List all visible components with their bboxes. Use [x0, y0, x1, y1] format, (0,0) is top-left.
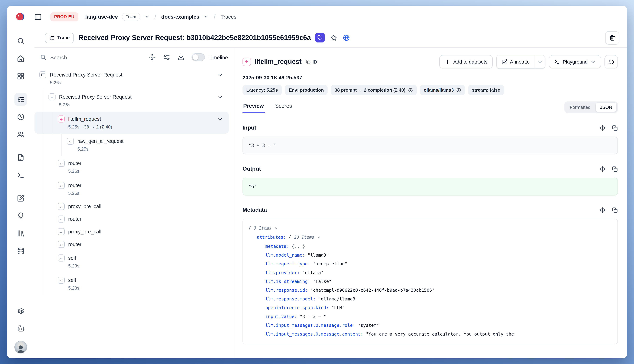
user-avatar[interactable]	[15, 341, 27, 354]
org-chevron-down-icon[interactable]	[144, 14, 149, 19]
annotate-dropdown-button[interactable]	[535, 55, 545, 68]
view-option-formatted[interactable]: Formatted	[565, 102, 595, 112]
tree-guide-line	[52, 134, 52, 156]
expand-move-button[interactable]	[599, 166, 605, 172]
tree-node[interactable]: ↔Received Proxy Server Request5.26s	[35, 90, 229, 112]
tab-scores[interactable]: Scores	[274, 101, 293, 114]
rail-item-terminal[interactable]	[15, 169, 27, 182]
view-option-json[interactable]: JSON	[595, 102, 617, 112]
rail-item-settings[interactable]	[15, 305, 27, 317]
trace-chip-label: Trace	[57, 35, 70, 40]
public-globe-button[interactable]	[343, 34, 350, 42]
output-section-actions	[599, 166, 618, 172]
tree-node-name: raw_gen_ai_request	[77, 138, 124, 144]
add-to-datasets-label: Add to datasets	[453, 59, 488, 64]
json-line: openinference.span.kind: "LLM"	[249, 303, 612, 312]
expand-move-button[interactable]	[599, 125, 605, 131]
bookmark-star-button[interactable]	[330, 34, 338, 42]
delete-trace-button[interactable]	[605, 31, 619, 44]
rail-item-library[interactable]	[15, 227, 27, 240]
playground-label: Playground	[563, 59, 588, 64]
tree-node[interactable]: +litellm_request5.25s38 → 2 (Σ 40)	[35, 112, 229, 134]
search-icon	[40, 54, 46, 60]
copy-input-button[interactable]	[612, 125, 618, 131]
chevron-down-icon[interactable]	[217, 116, 223, 122]
chevron-indicator: ∨	[316, 236, 320, 240]
project-name[interactable]: docs-examples	[161, 14, 199, 20]
copy-id-button[interactable]: ID	[306, 59, 317, 64]
rail-groups	[15, 32, 27, 260]
rail-item-list-tree[interactable]	[15, 93, 27, 106]
tree-tool-unfold-vertical-button[interactable]	[149, 54, 156, 61]
tree-guide-line	[52, 112, 52, 134]
tree-guide-line	[52, 178, 52, 200]
copy-output-button[interactable]	[612, 166, 618, 172]
rail-item-layout-grid[interactable]	[15, 70, 27, 82]
span-icon: ↔	[58, 241, 65, 248]
trace-icon	[39, 71, 46, 78]
move-icon	[599, 207, 605, 213]
library-icon	[17, 230, 25, 237]
annotate-button[interactable]: Annotate	[497, 55, 535, 68]
tree-node[interactable]: ↔raw_gen_ai_request5.25s	[35, 134, 229, 156]
add-to-datasets-button[interactable]: Add to datasets	[439, 55, 493, 68]
observation-detail-panel: + litellm_request ID Add to datasets	[234, 48, 627, 358]
copy-metadata-button[interactable]	[612, 207, 618, 213]
tree-guide-line	[52, 213, 52, 225]
rail-item-users[interactable]	[15, 128, 27, 141]
content-column: Trace Received Proxy Server Request: b30…	[35, 28, 627, 358]
span-icon: ↔	[58, 276, 65, 284]
trash-icon	[609, 34, 615, 41]
rail-item-file-text[interactable]	[15, 151, 27, 164]
rail-item-search[interactable]	[15, 35, 27, 48]
tree-node[interactable]: ↔self5.23s	[35, 250, 229, 273]
tree-node[interactable]: ↔router	[35, 213, 229, 225]
rail-item-lightbulb[interactable]	[15, 210, 27, 222]
header-actions: Add to datasets Annotate	[439, 55, 618, 69]
json-collapse-toggle[interactable]: 20 Items ∨	[294, 235, 320, 240]
rail-item-database[interactable]	[15, 245, 27, 257]
breadcrumb-section[interactable]: Traces	[221, 14, 237, 20]
search-input[interactable]	[50, 54, 141, 60]
tree-node[interactable]: ↔router5.26s	[35, 178, 229, 200]
person-icon	[15, 343, 27, 354]
json-punct: {	[249, 225, 254, 230]
list-tree-icon	[17, 96, 25, 103]
info-icon[interactable]	[408, 88, 413, 92]
chevron-down-icon[interactable]	[217, 94, 223, 100]
comments-button[interactable]	[604, 55, 618, 68]
json-key: llm.is_streaming:	[265, 279, 313, 284]
rail-item-home[interactable]	[15, 52, 27, 65]
tabs-row: PreviewScores FormattedJSON	[243, 101, 618, 114]
playground-button[interactable]: Playground	[549, 55, 601, 68]
tree-tool-download-button[interactable]	[177, 54, 184, 61]
trace-title-bar: Trace Received Proxy Server Request: b30…	[35, 28, 627, 48]
tab-preview[interactable]: Preview	[243, 101, 265, 114]
tree-guide-line	[43, 238, 43, 250]
list-tree-icon	[49, 35, 55, 40]
rail-item-bot[interactable]	[15, 322, 27, 335]
circle-plus-icon[interactable]	[456, 88, 461, 92]
tree-node[interactable]: ↔proxy_pre_call	[35, 225, 229, 238]
tree-node[interactable]: ↔proxy_pre_call	[35, 200, 229, 213]
tree-node-name: Received Proxy Server Request	[50, 71, 122, 78]
tree-node[interactable]: ↔router	[35, 238, 229, 250]
chevron-down-icon[interactable]	[217, 72, 223, 78]
rail-item-clock[interactable]	[15, 110, 27, 123]
input-section-title: Input	[243, 124, 256, 131]
tree-node[interactable]: ↔router5.26s	[35, 156, 229, 178]
expand-move-button[interactable]	[599, 207, 605, 213]
metric-badge: Latency: 5.25s	[243, 85, 282, 95]
timeline-toggle[interactable]	[191, 53, 205, 61]
project-chevron-down-icon[interactable]	[203, 14, 209, 19]
json-collapse-toggle[interactable]: 3 Items ∨	[254, 226, 277, 230]
tree-node[interactable]: ↔self5.23s	[35, 273, 229, 295]
tree-node[interactable]: Received Proxy Server Request5.26s	[35, 68, 229, 90]
sidebar-toggle-button[interactable]	[32, 11, 44, 23]
org-name[interactable]: langfuse-dev	[85, 14, 118, 20]
tree-guide-line	[43, 90, 43, 112]
badge-text: Latency: 5.25s	[246, 88, 278, 93]
rail-item-square-pen[interactable]	[15, 192, 27, 205]
tag-button[interactable]	[315, 33, 325, 42]
tree-tool-sliders-button[interactable]	[163, 54, 170, 61]
